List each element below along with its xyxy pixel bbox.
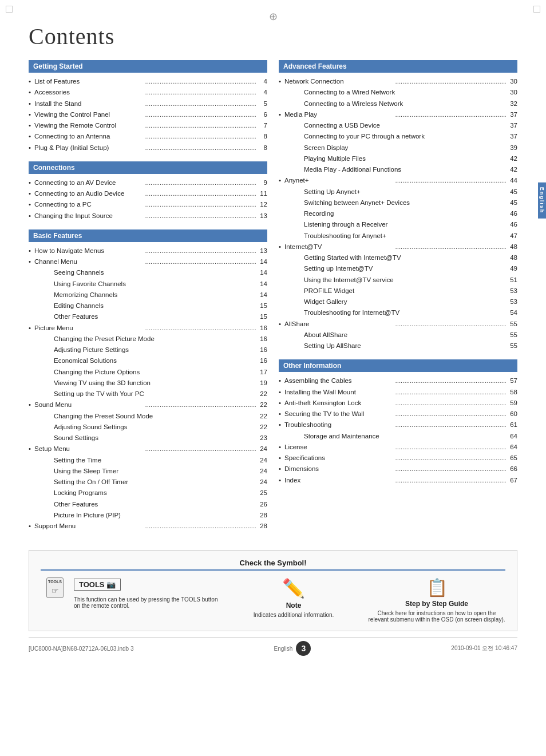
sub-item-page: 14 — [256, 268, 267, 278]
list-item: Assembling the Cables ..................… — [279, 375, 517, 386]
item-page: 65 — [506, 453, 517, 463]
list-item: Screen Display39 — [279, 143, 517, 153]
toc-row: Install the Stand ......................… — [34, 99, 267, 109]
toc-section: ConnectionsConnecting to an AV Device ..… — [29, 161, 267, 221]
sub-item-label: Seeing Channels — [54, 268, 254, 278]
sub-item-page: 15 — [256, 301, 267, 311]
sub-item-label: Changing the Picture Options — [54, 367, 254, 377]
toc-section: Basic FeaturesHow to Navigate Menus ....… — [29, 229, 267, 532]
sub-item-label: Switching between Anynet+ Devices — [304, 198, 504, 208]
list-item: Connecting a USB Device37 — [279, 120, 517, 131]
corner-mark-tr — [533, 6, 540, 13]
toc-row: Connecting to a PC .....................… — [34, 200, 267, 209]
page-number: 3 — [296, 641, 311, 656]
item-dots: ........................................… — [394, 176, 507, 185]
item-label: Anynet+ — [284, 176, 394, 185]
sub-item-page: 46 — [506, 209, 517, 219]
item-dots: ........................................… — [394, 387, 507, 397]
sub-row: Setting the Time24 — [41, 456, 267, 465]
item-dots: ........................................… — [394, 319, 507, 329]
toc-row: Connecting to an Audio Device ..........… — [34, 189, 267, 199]
sub-row: Picture In Picture (PIP)28 — [41, 510, 267, 520]
sub-item-page: 14 — [256, 290, 267, 300]
list-item: Internet@TV ............................… — [279, 242, 517, 252]
item-dots: ........................................… — [144, 143, 256, 153]
item-page: 22 — [256, 400, 267, 410]
footer-file-info: [UC8000-NA]BN68-02712A-06L03.indb 3 — [29, 646, 133, 652]
item-dots: ........................................… — [144, 178, 256, 188]
sub-item-page: 30 — [506, 88, 517, 97]
list-item: Media Play - Additional Functions42 — [279, 164, 517, 175]
item-label: Channel Menu — [34, 257, 144, 267]
sub-row: Changing the Preset Sound Mode22 — [41, 411, 267, 421]
toc-row: Viewing the Control Panel ..............… — [34, 110, 267, 120]
sub-row: Changing the Picture Options17 — [41, 367, 267, 377]
sub-item-page: 55 — [506, 330, 517, 340]
item-label: Install the Stand — [34, 99, 144, 109]
list-item: AllShare ...............................… — [279, 319, 517, 330]
sub-row: Setting up the TV with Your PC22 — [41, 389, 267, 399]
toc-row: Sound Menu .............................… — [34, 400, 267, 410]
sub-row: Switching between Anynet+ Devices45 — [291, 198, 517, 208]
item-label: Assembling the Cables — [284, 376, 394, 386]
toc-row: Internet@TV ............................… — [284, 242, 517, 252]
sub-item-label: Media Play - Additional Functions — [304, 165, 504, 175]
sub-row: Changing the Preset Picture Mode16 — [41, 334, 267, 344]
guide-label: Step by Step Guide — [368, 600, 505, 608]
item-label: Connecting to an Antenna — [34, 132, 144, 141]
sub-row: Storage and Maintenance64 — [291, 432, 517, 441]
toc-row: How to Navigate Menus ..................… — [34, 246, 267, 256]
sub-item-page: 23 — [256, 433, 267, 443]
list-item: Changing the Picture Options17 — [29, 367, 267, 378]
list-item: Connecting to an Antenna ...............… — [29, 131, 267, 142]
sub-row: Using the Sleep Timer24 — [41, 466, 267, 476]
list-item: Dimensions .............................… — [279, 464, 517, 474]
list-item: Channel Menu ...........................… — [29, 256, 267, 267]
toc-row: License ................................… — [284, 442, 517, 452]
sub-item-page: 25 — [256, 488, 267, 498]
toc-list: Assembling the Cables ..................… — [279, 375, 517, 486]
item-page: 30 — [506, 77, 517, 86]
item-dots: ........................................… — [144, 323, 256, 333]
toc-row: Anti-theft Kensington Lock .............… — [284, 398, 517, 408]
sub-item-label: Using the Sleep Timer — [54, 466, 254, 476]
item-dots: ........................................… — [394, 398, 507, 408]
list-item: Economical Solutions16 — [29, 355, 267, 366]
toc-row: Connecting to an Antenna ...............… — [34, 132, 267, 141]
item-label: Index — [284, 476, 394, 485]
list-item: Locking Programs25 — [29, 488, 267, 498]
sub-row: Recording46 — [291, 209, 517, 219]
list-item: Accessories ............................… — [29, 87, 267, 98]
item-label: Troubleshooting — [284, 420, 394, 430]
sub-row: Sound Settings23 — [41, 433, 267, 443]
item-dots: ........................................… — [144, 211, 256, 221]
footer: [UC8000-NA]BN68-02712A-06L03.indb 3 Engl… — [29, 637, 517, 656]
item-page: 24 — [256, 444, 267, 454]
item-label: Setup Menu — [34, 444, 144, 454]
toc-row: Media Play .............................… — [284, 110, 517, 120]
sub-item-page: 15 — [256, 312, 267, 322]
item-label: Picture Menu — [34, 323, 144, 333]
sub-row: Using the Internet@TV service51 — [291, 275, 517, 285]
item-page: 9 — [256, 178, 267, 188]
check-col-guide: 📋Step by Step GuideCheck here for instru… — [368, 577, 505, 623]
sub-item-label: Getting Started with Internet@TV — [304, 253, 504, 263]
list-item: Network Connection .....................… — [279, 76, 517, 87]
item-label: Accessories — [34, 88, 144, 97]
sub-item-page: 53 — [506, 286, 517, 296]
sub-item-page: 53 — [506, 297, 517, 307]
sub-item-page: 16 — [256, 334, 267, 344]
item-page: 60 — [506, 409, 517, 419]
section-header: Basic Features — [29, 229, 267, 242]
list-item: Switching between Anynet+ Devices45 — [279, 197, 517, 208]
toc-row: Installing the Wall Mount ..............… — [284, 387, 517, 397]
item-label: How to Navigate Menus — [34, 246, 144, 256]
list-item: Specifications .........................… — [279, 453, 517, 464]
item-label: Dimensions — [284, 464, 394, 474]
list-item: Picture In Picture (PIP)28 — [29, 510, 267, 521]
sub-item-page: 45 — [506, 187, 517, 197]
item-label: Changing the Input Source — [34, 211, 144, 221]
item-dots: ........................................… — [144, 88, 256, 97]
list-item: Listening through a Receiver46 — [279, 219, 517, 230]
item-dots: ........................................… — [394, 77, 507, 86]
